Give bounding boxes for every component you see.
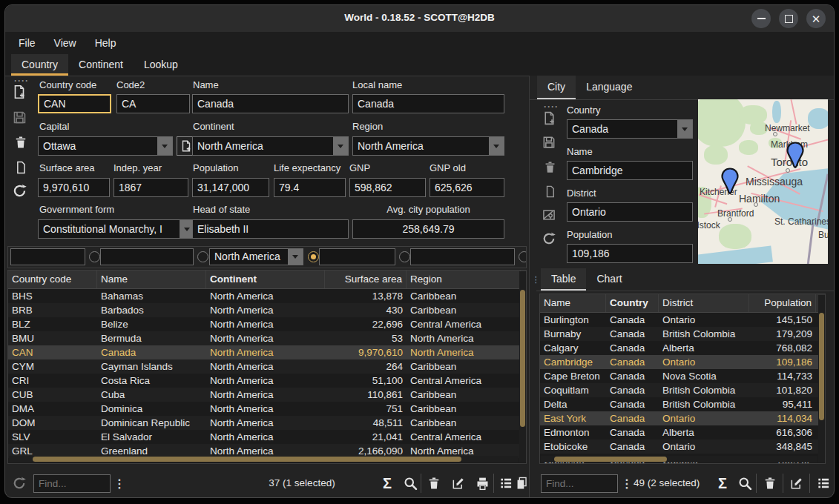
city-country-combobox[interactable]: Canada [567, 119, 693, 139]
table-row-delta[interactable]: DeltaCanadaBritish Colombia95,411 [540, 397, 825, 411]
edit-rows-button[interactable] [787, 474, 806, 493]
find-options-button[interactable]: ⋮ [113, 474, 125, 493]
avg-city-population-field[interactable] [352, 219, 504, 239]
filter-region-input[interactable] [410, 248, 515, 265]
chevron-down-icon[interactable] [677, 120, 692, 138]
aggregate-sigma-button[interactable]: Σ [713, 474, 732, 493]
capital-combobox[interactable]: Ottawa [38, 136, 173, 156]
continent-combobox[interactable]: North America [192, 136, 349, 156]
column-header-region[interactable]: Region [407, 271, 521, 288]
refresh-button[interactable] [10, 182, 28, 199]
table-row-slv[interactable]: SLVEl SalvadorNorth America21,041Central… [8, 430, 526, 444]
maximize-button[interactable] [779, 9, 798, 28]
save-button[interactable] [10, 108, 28, 126]
city-population-field[interactable] [567, 244, 693, 263]
column-header-name[interactable]: Name [97, 271, 206, 288]
table-row-edmonton[interactable]: EdmontonCanadaAlberta616,306 [540, 425, 825, 440]
aggregate-sigma-button[interactable]: Σ [378, 474, 397, 493]
search-button[interactable] [735, 474, 754, 493]
head-of-state-field[interactable] [192, 219, 349, 239]
map-marker[interactable] [786, 142, 804, 168]
list-view-button[interactable] [814, 474, 833, 493]
delete-rows-button[interactable] [424, 474, 444, 493]
find-options-button[interactable]: ⋮ [621, 474, 633, 493]
country-table-hscrollbar[interactable] [9, 456, 519, 462]
tab-language[interactable]: Language [576, 76, 642, 99]
edit-rows-button[interactable] [449, 474, 468, 493]
country-table-vscrollbar[interactable] [519, 271, 526, 462]
table-row-etobicoke[interactable]: EtobicokeCanadaOntario348,845 [540, 440, 825, 454]
column-header-name[interactable]: Name [540, 294, 606, 312]
save-city-button[interactable] [540, 133, 558, 151]
menu-file[interactable]: File [19, 37, 36, 49]
name-field[interactable] [192, 94, 349, 113]
table-row-cambridge[interactable]: CambridgeCanadaOntario109,186 [540, 355, 825, 369]
table-row-dom[interactable]: DOMDominican RepublicNorth America48,511… [8, 416, 526, 430]
filter-surface-input[interactable] [319, 248, 395, 265]
delete-city-button[interactable] [541, 158, 559, 176]
city-name-field[interactable] [567, 161, 693, 180]
copy-city-button[interactable] [541, 182, 559, 200]
table-row-burnaby[interactable]: BurnabyCanadaBritish Colombia179,209 [540, 327, 825, 341]
region-combobox[interactable]: North America [352, 136, 504, 156]
gnp-old-field[interactable] [430, 178, 504, 197]
panel-divider[interactable] [529, 76, 530, 497]
refresh-city-button[interactable] [540, 230, 558, 248]
filter-continent-combobox[interactable]: North America [209, 248, 303, 265]
delete-rows-button[interactable] [760, 474, 780, 493]
table-row-can[interactable]: CANCanadaNorth America9,970,610North Ame… [8, 345, 526, 359]
tab-country[interactable]: Country [11, 54, 68, 76]
population-field[interactable] [192, 178, 269, 197]
table-row-east-york[interactable]: East YorkCanadaOntario114,034 [540, 411, 825, 425]
table-row-calgary[interactable]: CalgaryCanadaAlberta768,082 [540, 341, 825, 355]
city-district-field[interactable] [567, 202, 693, 222]
gnp-field[interactable] [349, 178, 426, 197]
filter-name-input[interactable] [100, 248, 194, 265]
table-row-bmu[interactable]: BMUBermudaNorth America53North America [8, 331, 526, 345]
minimize-button[interactable] [751, 9, 771, 28]
add-city-button[interactable] [540, 109, 558, 127]
copy-pages-button[interactable] [515, 474, 529, 493]
chevron-down-icon[interactable] [157, 137, 172, 155]
find-input[interactable] [541, 474, 618, 493]
refresh-list-button[interactable] [10, 474, 28, 492]
copy-record-button[interactable] [12, 159, 30, 176]
table-row-burlington[interactable]: BurlingtonCanadaOntario145,150 [540, 313, 825, 327]
find-input[interactable] [33, 474, 111, 493]
table-row-dma[interactable]: DMADominicaNorth America751Caribbean [8, 402, 526, 416]
filter-continent-toggle-active[interactable] [308, 251, 319, 262]
filter-region-toggle[interactable] [519, 251, 527, 262]
indep-year-field[interactable] [113, 178, 188, 197]
table-row-cub[interactable]: CUBCubaNorth America110,861Caribbean [8, 388, 526, 402]
map[interactable]: NewmarketMarkhamTorontoMississaugaKitche… [698, 99, 828, 264]
add-record-button[interactable] [10, 83, 28, 101]
tab-city[interactable]: City [537, 76, 576, 99]
column-header-continent[interactable]: Continent [206, 271, 325, 288]
filter-name-toggle[interactable] [197, 251, 208, 262]
table-row-cape-breton[interactable]: Cape BretonCanadaNova Scotia114,733 [540, 369, 825, 383]
column-header-surface-area[interactable]: Surface area [325, 271, 407, 288]
chevron-down-icon[interactable] [288, 249, 303, 265]
show-map-button[interactable] [540, 206, 558, 224]
tab-continent[interactable]: Continent [68, 54, 134, 76]
menu-view[interactable]: View [54, 37, 76, 49]
surface-area-field[interactable] [38, 178, 110, 197]
search-button[interactable] [401, 474, 420, 493]
table-row-bhs[interactable]: BHSBahamasNorth America13,878Caribbean [8, 289, 526, 303]
country-code-field[interactable] [38, 94, 111, 113]
tab-chart[interactable]: Chart [586, 268, 632, 291]
life-expectancy-field[interactable] [274, 178, 346, 197]
city-table-vscrollbar[interactable] [818, 295, 825, 462]
table-row-cri[interactable]: CRICosta RicaNorth America51,100Central … [8, 374, 526, 388]
menu-help[interactable]: Help [95, 37, 116, 49]
column-header-district[interactable]: District [659, 294, 749, 312]
code2-field[interactable] [116, 94, 190, 113]
table-row-blz[interactable]: BLZBelizeNorth America22,696Central Amer… [8, 317, 526, 331]
chevron-down-icon[interactable] [489, 137, 504, 155]
title-bar[interactable]: World - 0.18.52 - SCOTT@H2DB ✕ [5, 5, 834, 32]
close-button[interactable]: ✕ [806, 9, 826, 28]
list-view-button[interactable] [496, 474, 516, 493]
column-header-country[interactable]: Country [606, 294, 659, 312]
city-table-hscrollbar[interactable] [541, 456, 817, 462]
chevron-down-icon[interactable] [333, 137, 348, 155]
